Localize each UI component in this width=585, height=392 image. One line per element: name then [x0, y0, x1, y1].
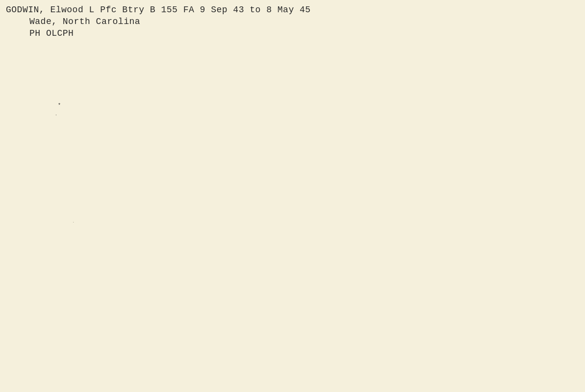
record-line1: GODWIN, Elwood L Pfc Btry B 155 FA 9 Sep… [6, 5, 579, 15]
artifact-dot3: · [73, 220, 75, 224]
record-card: GODWIN, Elwood L Pfc Btry B 155 FA 9 Sep… [0, 0, 585, 392]
record-line2: Wade, North Carolina [29, 17, 579, 26]
record-line3: PH OLCPH [29, 28, 579, 38]
artifact-dot1: * [58, 103, 61, 108]
artifact-dot2: · [55, 113, 57, 117]
